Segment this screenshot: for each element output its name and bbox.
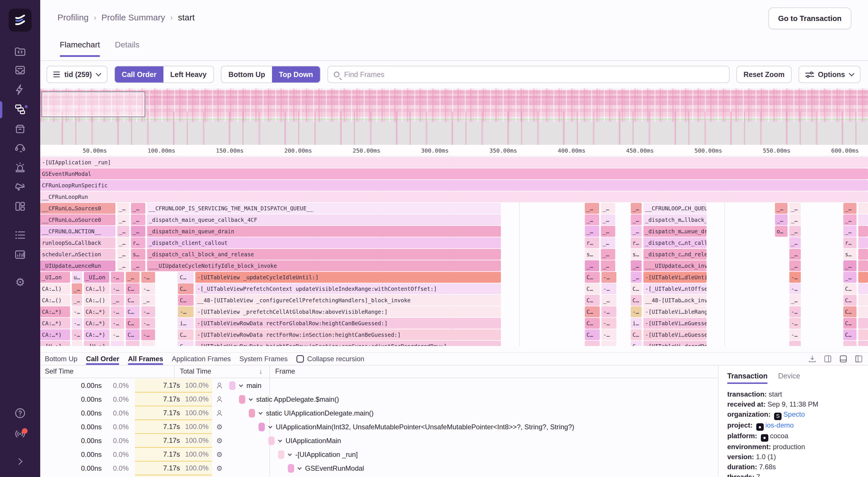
flame-cell[interactable]: -[UITableViewRowData rectForRow:inSectio…: [195, 329, 501, 340]
frame-tab-system-frames[interactable]: System Frames: [240, 353, 288, 365]
chevron-down-icon[interactable]: [268, 424, 272, 428]
find-frames-input[interactable]: Find Frames: [328, 66, 730, 83]
sidebar-item-alerts[interactable]: [0, 160, 40, 175]
flame-cell[interactable]: _…: [601, 295, 616, 306]
flame-cell[interactable]: -…: [72, 341, 82, 346]
frame-name[interactable]: UIApplicationMain(Int32, UnsafeMutablePo…: [276, 423, 574, 431]
table-row[interactable]: 0.00ns0.0%7.17s100.0%static AppDelegate.…: [40, 392, 718, 406]
flame-cell[interactable]: C…: [178, 329, 194, 340]
options-button[interactable]: Options: [799, 66, 861, 83]
flame-cell[interactable]: C…: [843, 318, 857, 329]
flame-cell[interactable]: [858, 341, 868, 346]
flame-cell[interactable]: _dispatch_client_callout: [147, 237, 501, 248]
flame-cell[interactable]: -…: [72, 329, 82, 340]
flamechart[interactable]: -[UIApplication _run]GSEventRunModalCFRu…: [40, 156, 868, 346]
flame-cell[interactable]: -…: [601, 283, 616, 294]
flame-cell[interactable]: _…: [131, 226, 145, 237]
flame-cell[interactable]: C…: [631, 295, 642, 306]
flame-cell[interactable]: _…: [631, 203, 642, 214]
sidebar-collapse[interactable]: [0, 454, 40, 469]
flame-cell[interactable]: _…: [601, 249, 615, 260]
flame-cell[interactable]: C…: [126, 295, 140, 306]
flame-cell[interactable]: -[U…:]: [40, 341, 70, 346]
flame-cell[interactable]: -…: [178, 306, 194, 317]
flame-cell[interactable]: -…: [601, 306, 616, 317]
breadcrumb-profile-summary[interactable]: Profile Summary: [101, 13, 165, 22]
flame-cell[interactable]: CA:…(): [84, 295, 109, 306]
flame-cell[interactable]: [858, 272, 868, 283]
table-row[interactable]: 0.00ns0.0%7.17s100.0%⚙GSEventRunModal: [40, 461, 718, 475]
flame-cell[interactable]: CA:…*): [84, 306, 109, 317]
flame-cell[interactable]: i…: [631, 318, 642, 329]
flame-cell[interactable]: C…: [126, 329, 140, 340]
flame-cell[interactable]: _…: [789, 226, 801, 237]
sidebar-item-help[interactable]: [0, 406, 40, 421]
sort-arrow-icon[interactable]: ↓: [259, 367, 262, 375]
flame-cell[interactable]: _…: [789, 214, 801, 225]
chevron-down-icon[interactable]: [288, 452, 292, 456]
flame-cell[interactable]: [858, 295, 868, 306]
sidebar-item-user-feedback[interactable]: [0, 140, 40, 155]
field-value[interactable]: Specto: [783, 410, 805, 418]
flame-cell[interactable]: _…: [789, 295, 801, 306]
tab-details[interactable]: Details: [115, 40, 140, 50]
flame-cell[interactable]: r…: [631, 237, 642, 248]
flame-cell[interactable]: -…: [141, 306, 155, 317]
flame-cell[interactable]: -…: [141, 341, 155, 346]
flame-cell[interactable]: _…: [72, 295, 82, 306]
flame-cell[interactable]: s…: [131, 249, 145, 260]
flame-cell[interactable]: C…: [126, 283, 140, 294]
flame-cell[interactable]: [858, 283, 868, 294]
flame-cell[interactable]: -[UITableView _prefetchCellAtGlobalRow:a…: [195, 306, 501, 317]
flame-cell[interactable]: _…: [585, 226, 599, 237]
sidebar-item-performance[interactable]: [0, 82, 40, 97]
flame-cell[interactable]: [858, 203, 868, 214]
flame-cell[interactable]: _dispatch_main_queue_callback_4CF: [147, 214, 501, 225]
flame-cell[interactable]: -[_UITableViewPrefetchContext updateVisi…: [195, 283, 501, 294]
flame-cell[interactable]: C…: [178, 295, 194, 306]
flamechart-minimap[interactable]: [40, 89, 868, 145]
flame-cell[interactable]: _…: [585, 214, 599, 225]
chevron-down-icon[interactable]: [239, 383, 243, 387]
tab-flamechart[interactable]: Flamechart: [60, 40, 100, 50]
flame-cell[interactable]: -[UITableVi…bleRange:]: [643, 306, 707, 317]
chevron-down-icon[interactable]: [249, 397, 253, 401]
flame-cell[interactable]: -[_UITableV…ntOffset:]: [643, 283, 707, 294]
flame-cell[interactable]: _dispatch_c…nt_callout: [643, 237, 707, 248]
flame-cell[interactable]: [858, 249, 868, 260]
sidebar-item-settings[interactable]: ⚙: [0, 275, 40, 290]
flame-cell[interactable]: __CFRunLoopRun: [40, 191, 868, 202]
flame-cell[interactable]: _UI…on: [84, 272, 109, 283]
flame-cell[interactable]: [858, 260, 868, 271]
flame-cell[interactable]: __48-[UITableView _configureCellPrefetch…: [195, 295, 501, 306]
flame-cell[interactable]: C…: [585, 295, 600, 306]
flame-cell[interactable]: __48-[UITab…ock_invoke: [643, 295, 707, 306]
flame-cell[interactable]: C…: [631, 341, 642, 346]
flame-cell[interactable]: _…: [631, 226, 642, 237]
flame-cell[interactable]: _…: [775, 203, 787, 214]
flame-cell[interactable]: C…: [631, 283, 642, 294]
flame-cell[interactable]: -…: [111, 341, 124, 346]
table-row[interactable]: 0.00ns0.0%7.17s100.0%main: [40, 379, 718, 392]
flame-cell[interactable]: -…: [141, 318, 155, 329]
flame-cell[interactable]: C…: [585, 329, 600, 340]
flame-cell[interactable]: -…: [789, 329, 801, 340]
flame-cell[interactable]: -[UITableViewRowData rectForGlobalRow:he…: [195, 318, 501, 329]
flame-cell[interactable]: C…: [631, 329, 642, 340]
go-to-transaction-button[interactable]: Go to Transaction: [768, 7, 851, 29]
flame-cell[interactable]: -[UITableView _updateCycleIdleUntil:]: [195, 272, 501, 283]
flame-cell[interactable]: C…: [126, 306, 140, 317]
flame-cell[interactable]: [858, 237, 868, 248]
bottom-up-button[interactable]: Bottom Up: [221, 66, 272, 83]
table-row[interactable]: 0.00ns0.0%7.17s100.0%⚙UIApplicationMain: [40, 434, 718, 448]
flame-cell[interactable]: [858, 318, 868, 329]
flame-cell[interactable]: _…: [117, 214, 129, 225]
total-time-header[interactable]: Total Time: [180, 367, 211, 375]
flame-cell[interactable]: -…: [601, 318, 616, 329]
sidebar-item-issues[interactable]: [0, 63, 40, 78]
collapse-recursion-toggle[interactable]: Collapse recursion: [297, 355, 365, 363]
flame-cell[interactable]: C…: [843, 295, 857, 306]
flame-cell[interactable]: [858, 226, 868, 237]
flame-cell[interactable]: _…: [117, 226, 129, 237]
table-row[interactable]: 0.00ns0.0%7.17s100.0%⚙CFRunLoopRunSpecif…: [40, 475, 718, 477]
